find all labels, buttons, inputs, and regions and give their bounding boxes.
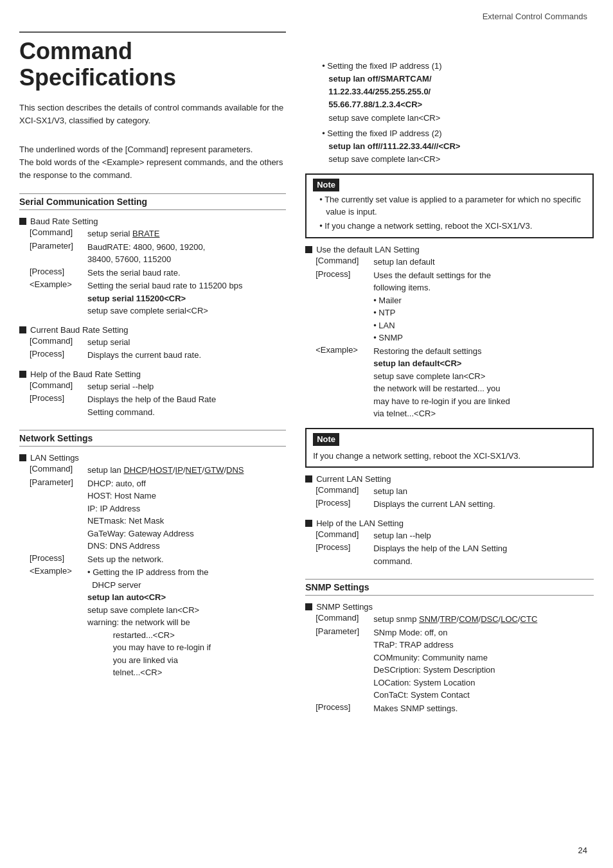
cmd-row: <Example> Restoring the default settings… <box>315 345 594 420</box>
default-lan-table: [Command] setup lan default [Process] Us… <box>315 256 594 420</box>
lan-settings-subsection: LAN Settings [Command] setup lan DHCP/HO… <box>19 453 286 679</box>
cmd-label: [Command] <box>30 464 87 474</box>
cmd-label: [Parameter] <box>30 477 87 487</box>
cmd-row: [Process] Displays the current baud rate… <box>30 349 286 362</box>
fixed-ip-example2-command: setup lan off//111.22.33.44///<CR> <box>328 140 594 153</box>
bullet-icon <box>305 246 312 253</box>
cmd-value: Makes SNMP settings. <box>373 702 458 715</box>
cmd-label: [Process] <box>315 702 373 712</box>
note-text-2: If you change a network setting, reboot … <box>313 450 586 463</box>
cmd-value: Displays the help of the Baud RateSettin… <box>87 393 216 418</box>
cmd-row: [Parameter] SNmp Mode: off, onTRaP: TRAP… <box>315 626 594 702</box>
snmp-subsection: SNMP Settings [Command] setup snmp SNM/T… <box>305 602 594 714</box>
cmd-value: Setting the serial baud rate to 115200 b… <box>87 279 242 317</box>
cmd-label: <Example> <box>30 279 87 289</box>
fixed-ip-example1-command: setup lan off/SMARTCAM/11.22.33.44/255.2… <box>328 73 594 111</box>
default-lan-title: Use the default LAN Setting <box>316 245 419 254</box>
fixed-ip-example2-label: Setting the fixed IP address (2) <box>322 127 594 140</box>
cmd-label: [Process] <box>30 267 87 276</box>
cmd-row: [Process] Sets the serial baud rate. <box>30 267 286 279</box>
cmd-label: [Process] <box>30 393 87 403</box>
fixed-ip-example1-label: Setting the fixed IP address (1) <box>322 60 594 73</box>
cmd-value: Restoring the default settingssetup lan … <box>373 345 510 420</box>
baud-rate-bullet: Baud Rate Setting <box>19 217 286 226</box>
lan-settings-table: [Command] setup lan DHCP/HOST/IP/NET/GTW… <box>30 464 286 679</box>
cmd-row: [Command] setup lan default <box>315 256 594 269</box>
main-content: CommandSpecifications This section descr… <box>0 25 613 741</box>
default-lan-bullet: Use the default LAN Setting <box>305 245 594 254</box>
snmp-title: SNMP Settings <box>316 602 373 612</box>
current-lan-bullet: Current LAN Setting <box>305 474 594 484</box>
bullet-icon <box>305 603 312 610</box>
cmd-row: [Process] Sets up the network. <box>30 553 286 566</box>
fixed-ip-example1-suffix: setup save complete lan<CR> <box>328 112 594 125</box>
cmd-row: [Process] Makes SNMP settings. <box>315 702 594 715</box>
current-baud-subsection: Current Baud Rate Setting [Command] setu… <box>19 325 286 362</box>
snmp-section-title: SNMP Settings <box>305 579 594 596</box>
cmd-label: [Command] <box>315 256 373 265</box>
intro-para-2: The underlined words of the [Command] re… <box>19 143 286 182</box>
note-box-2: Note If you change a network setting, re… <box>305 428 594 468</box>
cmd-label: [Command] <box>315 485 373 495</box>
cmd-label: [Command] <box>30 336 87 346</box>
cmd-row: [Parameter] BaudRATE: 4800, 9600, 19200,… <box>30 241 286 266</box>
network-section-title: Network Settings <box>19 430 286 447</box>
fixed-ip-example2-suffix: setup save complete lan<CR> <box>328 153 594 166</box>
lan-settings-bullet: LAN Settings <box>19 453 286 463</box>
cmd-label: [Command] <box>315 529 373 539</box>
cmd-value: setup lan <box>373 485 407 498</box>
cmd-value: Sets up the network. <box>87 553 164 566</box>
header-title: External Control Commands <box>483 12 587 21</box>
cmd-label: [Process] <box>315 498 373 508</box>
note-item-2: If you change a network setting, reboot … <box>319 220 586 233</box>
cmd-label: [Process] <box>315 542 373 552</box>
cmd-row: [Parameter] DHCP: auto, offHOST: Host Na… <box>30 477 286 553</box>
page-title: CommandSpecifications <box>19 31 286 91</box>
cmd-value: BaudRATE: 4800, 9600, 19200,38400, 57600… <box>87 241 205 266</box>
cmd-value: Displays the current LAN setting. <box>373 498 495 511</box>
cmd-value: setup lan default <box>373 256 434 269</box>
right-column: Setting the fixed IP address (1) setup l… <box>299 25 594 722</box>
fixed-ip-content: Setting the fixed IP address (1) setup l… <box>315 60 594 166</box>
bullet-icon <box>305 520 312 527</box>
bullet-icon <box>19 218 26 225</box>
fixed-ip-subsection: Setting the fixed IP address (1) setup l… <box>305 60 594 166</box>
cmd-row: [Process] Displays the current LAN setti… <box>315 498 594 511</box>
cmd-label: <Example> <box>315 345 373 355</box>
cmd-value: SNmp Mode: off, onTRaP: TRAP addressCOMm… <box>373 626 495 702</box>
cmd-label: [Command] <box>315 613 373 623</box>
cmd-row: [Command] setup serial --help <box>30 380 286 393</box>
cmd-row: [Command] setup lan DHCP/HOST/IP/NET/GTW… <box>30 464 286 477</box>
cmd-label: [Parameter] <box>315 626 373 636</box>
cmd-label: [Process] <box>315 269 373 279</box>
serial-section-title: Serial Communication Setting <box>19 193 286 210</box>
cmd-value: setup serial <box>87 336 130 349</box>
cmd-label: [Process] <box>30 553 87 563</box>
cmd-row: [Command] setup snmp SNM/TRP/COM/DSC/LOC… <box>315 613 594 626</box>
cmd-row: [Command] setup serial <box>30 336 286 349</box>
cmd-value: setup serial BRATE <box>87 227 159 240</box>
cmd-label: [Command] <box>30 380 87 390</box>
intro-para-1: This section describes the details of co… <box>19 102 286 127</box>
lan-settings-title: LAN Settings <box>30 453 79 463</box>
current-baud-table: [Command] setup serial [Process] Display… <box>30 336 286 362</box>
note-label: Note <box>313 179 339 191</box>
baud-rate-table: [Command] setup serial BRATE [Parameter]… <box>30 227 286 317</box>
current-lan-table: [Command] setup lan [Process] Displays t… <box>315 485 594 511</box>
page: External Control Commands CommandSpecifi… <box>0 0 613 868</box>
cmd-value: DHCP: auto, offHOST: Host NameIP: IP Add… <box>87 477 194 553</box>
current-lan-subsection: Current LAN Setting [Command] setup lan … <box>305 474 594 511</box>
help-baud-title: Help of the Baud Rate Setting <box>30 369 141 379</box>
cmd-value: setup lan DHCP/HOST/IP/NET/GTW/DNS <box>87 464 244 477</box>
current-baud-title: Current Baud Rate Setting <box>30 325 128 335</box>
cmd-row: <Example> • Getting the IP address from … <box>30 566 286 679</box>
page-header: External Control Commands <box>0 0 613 25</box>
note-item-1: The currently set value is applied to a … <box>319 193 586 218</box>
left-column: CommandSpecifications This section descr… <box>19 25 299 722</box>
current-lan-title: Current LAN Setting <box>316 474 391 484</box>
cmd-value: setup snmp SNM/TRP/COM/DSC/LOC/CTC <box>373 613 537 626</box>
bullet-icon <box>19 371 26 378</box>
help-baud-table: [Command] setup serial --help [Process] … <box>30 380 286 419</box>
help-baud-subsection: Help of the Baud Rate Setting [Command] … <box>19 369 286 419</box>
cmd-row: [Process] Displays the help of the Baud … <box>30 393 286 418</box>
